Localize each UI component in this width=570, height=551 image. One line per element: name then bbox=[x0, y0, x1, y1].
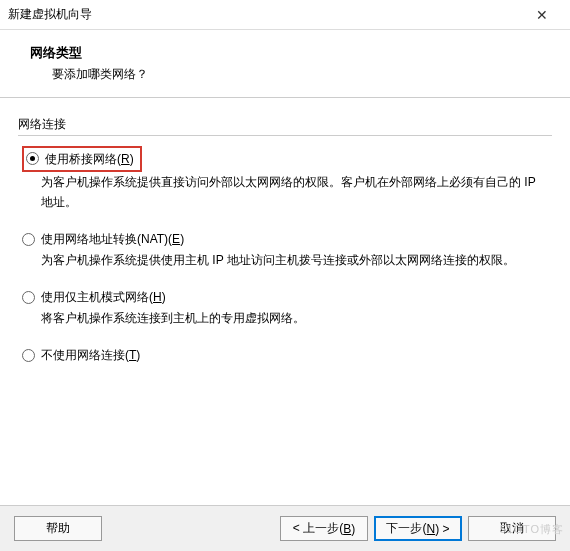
radio-hostonly[interactable] bbox=[22, 291, 35, 304]
option-none-label[interactable]: 不使用网络连接(T) bbox=[41, 346, 140, 364]
group-label: 网络连接 bbox=[18, 116, 70, 133]
option-hostonly: 使用仅主机模式网络(H) 将客户机操作系统连接到主机上的专用虚拟网络。 bbox=[22, 288, 548, 328]
highlight-box: 使用桥接网络(R) bbox=[22, 146, 142, 172]
page-title: 网络类型 bbox=[30, 44, 558, 62]
cancel-button[interactable]: 取消 bbox=[468, 516, 556, 541]
help-button[interactable]: 帮助 bbox=[14, 516, 102, 541]
option-nat-desc: 为客户机操作系统提供使用主机 IP 地址访问主机拨号连接或外部以太网网络连接的权… bbox=[41, 250, 548, 270]
option-bridged: 使用桥接网络(R) 为客户机操作系统提供直接访问外部以太网网络的权限。客户机在外… bbox=[22, 146, 548, 212]
wizard-header: 网络类型 要添加哪类网络？ bbox=[0, 30, 570, 98]
option-bridged-label[interactable]: 使用桥接网络(R) bbox=[45, 150, 134, 168]
window-title: 新建虚拟机向导 bbox=[8, 6, 522, 23]
option-none: 不使用网络连接(T) bbox=[22, 346, 548, 364]
next-button[interactable]: 下一步(N) > bbox=[374, 516, 462, 541]
option-nat-label[interactable]: 使用网络地址转换(NAT)(E) bbox=[41, 230, 184, 248]
footer: 帮助 < 上一步(B) 下一步(N) > 取消 bbox=[0, 505, 570, 551]
page-subtitle: 要添加哪类网络？ bbox=[52, 66, 558, 83]
back-button[interactable]: < 上一步(B) bbox=[280, 516, 368, 541]
option-bridged-desc: 为客户机操作系统提供直接访问外部以太网网络的权限。客户机在外部网络上必须有自己的… bbox=[41, 172, 548, 212]
close-button[interactable]: ✕ bbox=[522, 1, 562, 29]
content-area: 网络连接 使用桥接网络(R) 为客户机操作系统提供直接访问外部以太网网络的权限。… bbox=[0, 98, 570, 370]
radio-bridged[interactable] bbox=[26, 152, 39, 165]
option-hostonly-label[interactable]: 使用仅主机模式网络(H) bbox=[41, 288, 166, 306]
close-icon: ✕ bbox=[536, 7, 548, 23]
radio-none[interactable] bbox=[22, 349, 35, 362]
option-hostonly-desc: 将客户机操作系统连接到主机上的专用虚拟网络。 bbox=[41, 308, 548, 328]
option-nat: 使用网络地址转换(NAT)(E) 为客户机操作系统提供使用主机 IP 地址访问主… bbox=[22, 230, 548, 270]
radio-nat[interactable] bbox=[22, 233, 35, 246]
titlebar: 新建虚拟机向导 ✕ bbox=[0, 0, 570, 30]
network-group: 使用桥接网络(R) 为客户机操作系统提供直接访问外部以太网网络的权限。客户机在外… bbox=[18, 135, 552, 370]
